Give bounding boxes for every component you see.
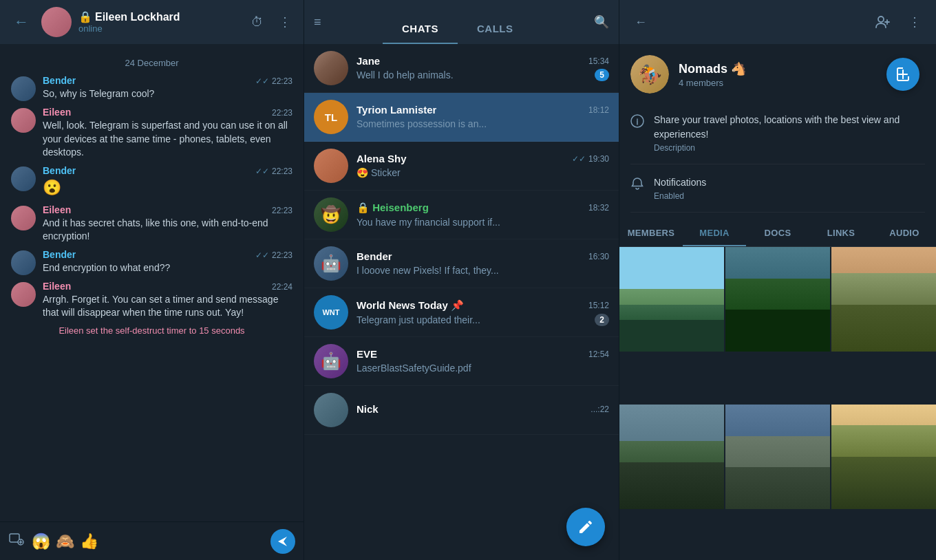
msg-text: Well, look. Telegram is superfast and yo…: [43, 119, 292, 160]
tab-calls[interactable]: CALLS: [458, 23, 533, 44]
chat-name: Tyrion Lannister: [357, 104, 436, 116]
message-compose-button[interactable]: [886, 58, 919, 91]
menu-icon[interactable]: ≡: [304, 15, 331, 30]
chat-tabs: CHATS CALLS: [331, 0, 584, 44]
sender-name: Bender: [43, 75, 76, 86]
media-photo[interactable]: [619, 405, 724, 509]
send-button[interactable]: [270, 529, 295, 554]
compose-fab[interactable]: [566, 508, 605, 546]
chat-preview: You have my financial support if...: [357, 217, 500, 228]
search-icon[interactable]: 🔍: [584, 14, 619, 30]
avatar: 🤖: [314, 344, 348, 378]
avatar: [314, 149, 348, 183]
list-item[interactable]: Nick ...:22: [304, 386, 619, 435]
avatar: TL: [314, 100, 348, 134]
emoji-thumbsup[interactable]: 👍: [80, 532, 98, 550]
emoji-quick-bar: 😱 🙈 👍: [32, 532, 98, 550]
lock-icon: 🔒: [78, 10, 92, 23]
tab-chats[interactable]: CHATS: [383, 23, 458, 44]
avatar: [11, 166, 36, 191]
chat-preview: LaserBlastSafetyGuide.pdf: [357, 363, 471, 374]
media-photo[interactable]: [725, 247, 830, 352]
media-photo[interactable]: [725, 405, 830, 509]
msg-text: So, why is Telegram cool?: [43, 87, 292, 101]
unread-badge: 5: [595, 69, 609, 81]
media-photo[interactable]: [619, 247, 724, 352]
main-content: 24 December Bender ✓✓ 22:23 So, why is T…: [0, 44, 936, 560]
chat-list-header: ≡ CHATS CALLS 🔍: [304, 0, 619, 44]
notifications-row[interactable]: Notifications Enabled: [619, 167, 936, 209]
sender-name: Bender: [43, 165, 76, 176]
read-receipt: ✓✓: [572, 154, 586, 164]
msg-time: 22:23: [272, 108, 292, 118]
chat-time: 12:54: [588, 349, 609, 359]
media-photo[interactable]: [831, 405, 936, 509]
emoji-sticker-button[interactable]: [8, 531, 25, 552]
list-item[interactable]: Jane 15:34 Well I do help animals. 5: [304, 44, 619, 93]
chat-name: Jane: [357, 55, 380, 67]
tab-audio[interactable]: AUDIO: [873, 221, 936, 246]
list-item[interactable]: 🤖 Bender 16:30 I looove new Pixels! If f…: [304, 239, 619, 288]
message-row: Eileen 22:23 Well, look. Telegram is sup…: [11, 107, 292, 160]
list-item[interactable]: WNT World News Today 📌 15:12 Telegram ju…: [304, 288, 619, 337]
tab-members[interactable]: MEMBERS: [619, 221, 683, 246]
list-item[interactable]: 🤠 🔒 Heisenberg 18:32 You have my financi…: [304, 191, 619, 239]
msg-text: Arrgh. Forget it. You can set a timer an…: [43, 293, 292, 320]
group-info-panel: 🏇 Nomads 🐴 4 members S: [619, 44, 936, 560]
more-options-icon[interactable]: ⋮: [275, 10, 295, 34]
add-user-icon[interactable]: [871, 10, 895, 34]
chat-preview: 😍 Sticker: [357, 167, 401, 178]
message-row: Eileen 22:23 And it has secret chats, li…: [11, 204, 292, 244]
divider: [630, 212, 925, 213]
chat-time: 15:34: [588, 56, 609, 66]
emoji-scared[interactable]: 😱: [32, 532, 50, 550]
top-header: ← 🔒 Eileen Lockhard online ⏱ ⋮ ≡ CHATS C…: [0, 0, 936, 44]
emoji-monkey[interactable]: 🙈: [56, 532, 74, 550]
chat-input-bar: 😱 🙈 👍: [0, 521, 304, 560]
divider: [630, 164, 925, 164]
list-item[interactable]: Alena Shy ✓✓ 19:30 😍 Sticker: [304, 142, 619, 191]
user-avatar: [41, 7, 72, 37]
media-tabs: MEMBERS MEDIA DOCS LINKS AUDIO: [619, 221, 936, 247]
svg-point-0: [878, 17, 884, 22]
msg-time: 22:23: [272, 206, 292, 215]
avatar: [314, 51, 348, 85]
msg-time: 22:24: [272, 282, 292, 292]
unread-badge: 2: [595, 314, 609, 326]
chat-preview: Well I do help animals.: [357, 69, 454, 80]
list-item[interactable]: TL Tyrion Lannister 18:12 Sometimes poss…: [304, 93, 619, 142]
chat-panel: 24 December Bender ✓✓ 22:23 So, why is T…: [0, 44, 304, 560]
chat-header: ← 🔒 Eileen Lockhard online ⏱ ⋮: [0, 0, 304, 44]
chat-time: 15:12: [588, 301, 609, 310]
tab-links[interactable]: LINKS: [809, 221, 873, 246]
avatar: 🤠: [314, 197, 348, 232]
back-button[interactable]: ←: [8, 8, 34, 36]
header-username: 🔒 Eileen Lockhard: [78, 10, 240, 23]
chat-time: 16:30: [588, 252, 609, 261]
timer-icon[interactable]: ⏱: [247, 11, 268, 34]
chat-time: 19:30: [588, 154, 609, 164]
chat-list-panel: Jane 15:34 Well I do help animals. 5 TL …: [304, 44, 619, 560]
avatar: [11, 108, 36, 133]
right-back-button[interactable]: ←: [630, 11, 651, 34]
tab-docs[interactable]: DOCS: [746, 221, 809, 246]
sender-name: Eileen: [43, 281, 71, 292]
chat-time: ...:22: [591, 405, 609, 414]
group-info-header: ← ⋮: [619, 0, 936, 44]
description-row: Share your travel photos, locations with…: [619, 105, 936, 161]
media-grid: [619, 247, 936, 560]
msg-time: ✓✓ 22:23: [255, 76, 292, 86]
avatar: 🤖: [314, 246, 348, 281]
right-more-icon[interactable]: ⋮: [904, 10, 925, 34]
notifications-label: Notifications: [654, 175, 706, 190]
chat-preview: Sometimes possession is an...: [357, 118, 487, 129]
sender-name: Bender: [43, 249, 76, 260]
description-label: Description: [654, 143, 925, 153]
tab-media[interactable]: MEDIA: [683, 221, 746, 246]
avatar: [314, 393, 348, 427]
list-item[interactable]: 🤖 EVE 12:54 LaserBlastSafetyGuide.pdf: [304, 337, 619, 386]
message-row: Bender ✓✓ 22:23 End encryption to what e…: [11, 249, 292, 275]
avatar: [11, 76, 36, 101]
group-avatar: 🏇: [630, 55, 669, 94]
media-photo[interactable]: [831, 247, 936, 352]
